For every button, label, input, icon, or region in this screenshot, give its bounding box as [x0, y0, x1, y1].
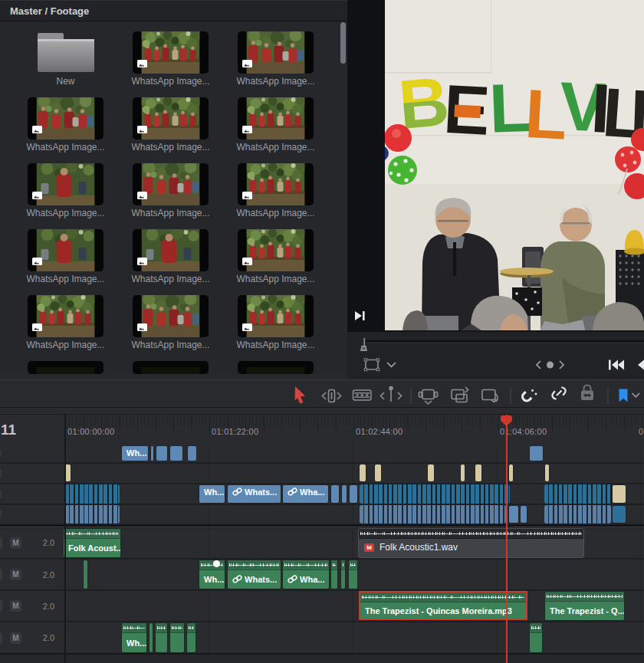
svg-text:WhatsApp Image...: WhatsApp Image... — [236, 76, 314, 87]
svg-text:WhatsApp Image...: WhatsApp Image... — [131, 208, 209, 218]
svg-text:WhatsApp Image...: WhatsApp Image... — [236, 208, 314, 218]
svg-text:WhatsApp Image...: WhatsApp Image... — [131, 142, 209, 153]
svg-text:WhatsApp Image...: WhatsApp Image... — [26, 274, 104, 284]
svg-text:New: New — [56, 76, 74, 87]
svg-text:WhatsApp Image...: WhatsApp Image... — [131, 340, 209, 350]
svg-text:WhatsApp Image...: WhatsApp Image... — [131, 76, 209, 87]
svg-text:WhatsApp Image...: WhatsApp Image... — [26, 142, 104, 153]
svg-text:WhatsApp Image...: WhatsApp Image... — [236, 274, 314, 284]
svg-text:WhatsApp Image...: WhatsApp Image... — [26, 340, 104, 350]
svg-text:WhatsApp Image...: WhatsApp Image... — [236, 340, 314, 350]
svg-text:WhatsApp Image...: WhatsApp Image... — [131, 274, 209, 284]
svg-text:WhatsApp Image...: WhatsApp Image... — [236, 142, 314, 153]
svg-text:WhatsApp Image...: WhatsApp Image... — [26, 208, 104, 218]
